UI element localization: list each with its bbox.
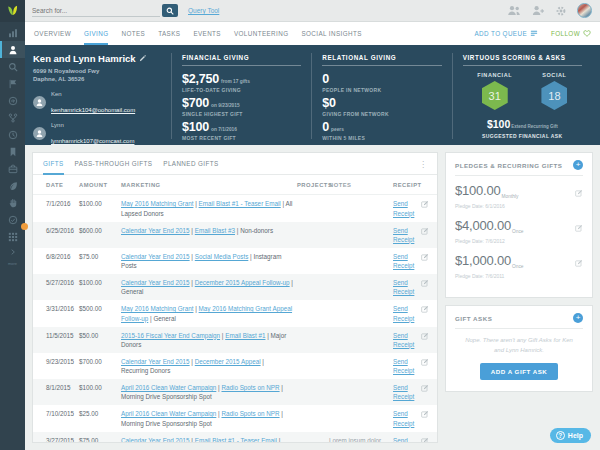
contacts-users-icon[interactable] <box>507 5 521 16</box>
gear-icon[interactable] <box>555 5 567 17</box>
stat-label: GIVING FROM NETWORK <box>322 111 441 117</box>
edit-gift-icon[interactable] <box>421 226 437 237</box>
heart-icon <box>583 30 591 37</box>
send-receipt-link[interactable]: Send Receipt <box>393 437 414 443</box>
sidebar-item-projects[interactable] <box>0 160 25 177</box>
member-avatar <box>33 127 46 140</box>
gifts-tab-pass-through-gifts[interactable]: PASS-THROUGH GIFTS <box>75 160 153 175</box>
send-receipt-link[interactable]: Send Receipt <box>393 358 414 374</box>
edit-gift-icon[interactable] <box>421 357 437 368</box>
marketing-link[interactable]: 2015-16 Fiscal Year End Campaign <box>121 332 220 339</box>
marketing-link[interactable]: Calendar Year End 2015 <box>121 437 190 443</box>
member-email-link[interactable]: lynnhamrick107@comcast.com <box>51 138 134 144</box>
marketing-link[interactable]: April 2016 Clean Water Campaign <box>121 384 216 391</box>
edit-gift-icon[interactable] <box>421 278 437 289</box>
nav-tab-giving[interactable]: GIVING <box>84 22 108 45</box>
nav-tab-volunteering[interactable]: VOLUNTEERING <box>234 22 288 45</box>
nav-tab-social-insights[interactable]: SOCIAL INSIGHTS <box>301 22 361 45</box>
sidebar-item-imports[interactable] <box>0 92 25 109</box>
send-receipt-link[interactable]: Send Receipt <box>393 227 414 243</box>
add-gift-ask-button[interactable]: ADD A GIFT ASK <box>480 363 559 380</box>
send-receipt-link[interactable]: Send Receipt <box>393 410 414 426</box>
follow-button[interactable]: FOLLOW <box>551 30 591 37</box>
send-receipt-link[interactable]: Send Receipt <box>393 279 414 295</box>
sidebar-item-tasks[interactable] <box>0 211 25 228</box>
send-receipt-link[interactable]: Send Receipt <box>393 384 414 400</box>
app-logo[interactable] <box>0 0 25 22</box>
marketing-link[interactable]: Email Blast #3 <box>195 227 235 234</box>
marketing-link[interactable]: Social Media Posts <box>195 253 249 260</box>
marketing-link[interactable]: Email Blast #1 <box>225 332 265 339</box>
send-receipt-link[interactable]: Send Receipt <box>393 305 414 321</box>
sidebar-item-campaigns[interactable] <box>0 75 25 92</box>
send-receipt-link[interactable]: Send Receipt <box>393 253 414 269</box>
sidebar-item-volunteering[interactable] <box>0 194 25 211</box>
add-to-queue-button[interactable]: ADD TO QUEUE <box>474 30 538 37</box>
panel-title: VIRTUOUS SCORING & ASKS <box>463 54 582 66</box>
edit-gift-icon[interactable] <box>421 436 437 443</box>
marketing-link[interactable]: Radio Spots on NPR <box>221 384 279 391</box>
record-nav: OVERVIEWGIVINGNOTESTASKSEVENTSVOLUNTEERI… <box>25 22 600 45</box>
marketing-link[interactable]: May 2016 Matching Grant <box>121 200 193 207</box>
add-gift-ask-icon-button[interactable]: + <box>573 313 583 323</box>
ask-value: $100 <box>487 118 510 130</box>
send-receipt-link[interactable]: Send Receipt <box>393 200 414 216</box>
gift-date: 3/31/2016 <box>33 304 79 313</box>
marketing-link[interactable]: April 2016 Clean Water Campaign <box>121 410 216 417</box>
marketing-link[interactable]: December 2015 Appeal Follow-up <box>195 279 290 286</box>
app-window: Query Tool more OVERVIEWGIVINGNOTESTASKS… <box>0 0 600 450</box>
nav-tab-overview[interactable]: OVERVIEW <box>34 22 71 45</box>
send-receipt-link[interactable]: Send Receipt <box>393 332 414 348</box>
sidebar-item-giving[interactable] <box>0 177 25 194</box>
query-tool-link[interactable]: Query Tool <box>188 7 219 14</box>
sidebar-item-contacts[interactable] <box>0 41 25 58</box>
marketing-link[interactable]: Calendar Year End 2015 <box>121 227 190 234</box>
nav-tab-tasks[interactable]: TASKS <box>158 22 180 45</box>
stat-most-recent: $100 on 7/1/2016 MOST RECENT GIFT <box>182 120 301 141</box>
nav-tab-events[interactable]: EVENTS <box>193 22 221 45</box>
marketing-link[interactable]: December 2015 Appeal <box>195 358 261 365</box>
add-user-icon[interactable] <box>531 5 545 16</box>
sidebar-item-network[interactable] <box>0 109 25 126</box>
social-score: SOCIAL 18 <box>541 72 567 110</box>
edit-gift-icon[interactable] <box>421 409 437 420</box>
sidebar-item-more[interactable]: more <box>0 245 25 262</box>
edit-pledge-icon[interactable] <box>575 253 583 271</box>
edit-gift-icon[interactable] <box>421 304 437 315</box>
gifts-tab-gifts[interactable]: GIFTS <box>43 160 64 175</box>
edit-pledge-icon[interactable] <box>575 183 583 201</box>
gift-marketing: May 2016 Matching Grant | May 2016 Match… <box>121 304 297 322</box>
stat-label: SINGLE HIGHEST GIFT <box>182 111 301 117</box>
marketing-link[interactable]: Calendar Year End 2015 <box>121 279 190 286</box>
stat-value: 0 <box>322 72 329 86</box>
edit-contact-icon[interactable] <box>139 55 146 62</box>
sidebar-item-history[interactable] <box>0 126 25 143</box>
search-button[interactable] <box>162 4 178 17</box>
sidebar-item-search[interactable] <box>0 58 25 75</box>
marketing-link[interactable]: May 2016 Matching Grant <box>121 305 193 312</box>
marketing-link[interactable]: Email Blast #1 - Teaser Email <box>199 200 281 207</box>
edit-pledge-icon[interactable] <box>575 218 583 236</box>
sidebar-item-analytics[interactable] <box>0 24 25 41</box>
marketing-link[interactable]: Calendar Year End 2015 <box>121 358 190 365</box>
search-input[interactable] <box>32 4 160 17</box>
edit-gift-icon[interactable] <box>421 331 437 342</box>
sidebar-more-label: more <box>8 261 17 266</box>
sidebar-item-bookmarks[interactable] <box>0 143 25 160</box>
nav-tab-notes[interactable]: NOTES <box>121 22 145 45</box>
edit-gift-icon[interactable] <box>421 383 437 394</box>
member-email-link[interactable]: kenhamrick104@oohomail.com <box>51 107 135 113</box>
marketing-link[interactable]: Email Blast #1 - Teaser Email <box>195 437 277 443</box>
user-avatar[interactable] <box>577 3 592 18</box>
add-pledge-button[interactable]: + <box>573 160 583 170</box>
help-button[interactable]: ? Help <box>550 428 591 443</box>
edit-gift-icon[interactable] <box>421 252 437 263</box>
edit-gift-icon[interactable] <box>421 199 437 210</box>
flag-icon <box>8 79 18 89</box>
marketing-link[interactable]: Calendar Year End 2015 <box>121 253 190 260</box>
gifts-tab-planned-gifts[interactable]: PLANNED GIFTS <box>163 160 218 175</box>
marketing-link[interactable]: Radio Spots on NPR <box>221 410 279 417</box>
gift-row: 9/23/2015$700.00Calendar Year End 2015 |… <box>33 353 437 379</box>
gift-marketing: April 2016 Clean Water Campaign | Radio … <box>121 383 297 401</box>
gifts-menu-icon[interactable]: ⋮ <box>419 160 427 174</box>
